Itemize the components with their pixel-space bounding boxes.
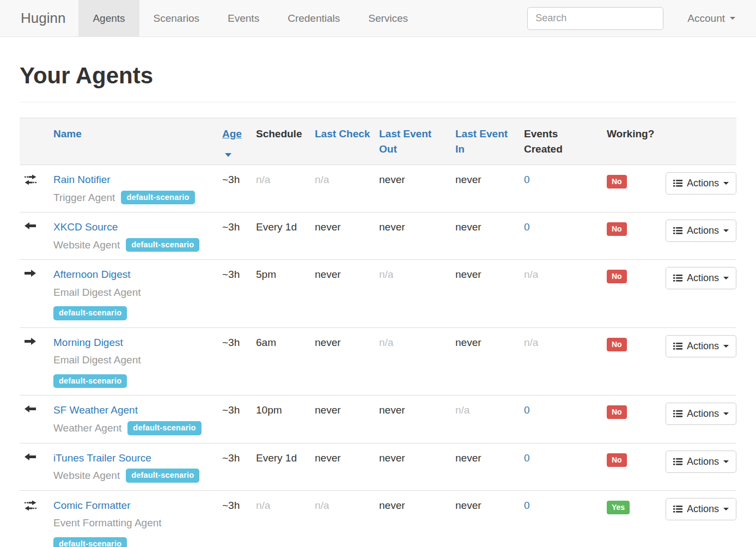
agent-name-link[interactable]: XKCD Source (53, 221, 118, 233)
col-header-label-events_created: Events Created (524, 128, 563, 155)
actions-button[interactable]: Actions (666, 403, 736, 425)
agent-type-label: Email Digest Agent (53, 352, 141, 368)
last-check-value: never (315, 337, 341, 348)
col-header-last_event_in[interactable]: Last Event In (451, 118, 520, 165)
col-header-age[interactable]: Age (218, 118, 252, 165)
brand-logo[interactable]: Huginn (0, 0, 78, 37)
sort-desc-caret-icon (225, 153, 231, 157)
actions-button-label: Actions (687, 503, 719, 515)
nav-item-scenarios[interactable]: Scenarios (139, 0, 214, 37)
events-created-value: n/a (524, 337, 538, 348)
last-event-in-value: never (455, 269, 481, 280)
last-event-in-value: never (455, 174, 481, 185)
agent-name-link[interactable]: Comic Formatter (53, 500, 130, 511)
events-created-link[interactable]: 0 (524, 500, 530, 511)
list-icon (673, 342, 682, 350)
events-created-link[interactable]: 0 (524, 452, 530, 464)
list-icon (673, 179, 682, 187)
nav-item-credentials[interactable]: Credentials (273, 0, 354, 37)
actions-button[interactable]: Actions (666, 267, 736, 289)
agent-name-link[interactable]: Afternoon Digest (53, 269, 131, 280)
last-event-in-value: never (455, 500, 481, 511)
last-event-out-value: n/a (379, 269, 393, 280)
actions-button[interactable]: Actions (666, 451, 736, 473)
actions-button[interactable]: Actions (666, 498, 736, 520)
age-value: ~3h (222, 500, 240, 511)
agent-subline: Event Formatting Agent (53, 515, 214, 531)
scenario-badge[interactable]: default-scenario (127, 421, 201, 435)
scenario-badge[interactable]: default-scenario (53, 374, 127, 388)
last-check-value: n/a (315, 500, 329, 511)
page-title: Your Agents (20, 63, 736, 89)
caret-down-icon (723, 460, 729, 463)
caret-down-icon (723, 182, 729, 185)
caret-down-icon (723, 345, 729, 348)
table-header-row: NameAgeScheduleLast CheckLast Event OutL… (20, 118, 736, 165)
col-header-last_event_out[interactable]: Last Event Out (375, 118, 451, 165)
last-event-in-value: never (455, 337, 481, 348)
table-row: XKCD SourceWebsite Agentdefault-scenario… (20, 212, 736, 260)
list-icon (673, 410, 682, 418)
agent-type-label: Website Agent (53, 238, 120, 253)
working-status-badge: No (607, 338, 627, 351)
actions-button[interactable]: Actions (666, 172, 736, 195)
table-row: Rain NotifierTrigger Agentdefault-scenar… (20, 165, 736, 212)
last-check-value: never (315, 221, 341, 233)
scenario-badge[interactable]: default-scenario (121, 191, 194, 205)
actions-button[interactable]: Actions (666, 220, 736, 242)
badge-line: default-scenario (53, 305, 214, 320)
arrow-left-icon (25, 453, 45, 461)
working-status-badge: No (607, 453, 627, 467)
nav-item-services[interactable]: Services (354, 0, 422, 37)
table-row: Comic FormatterEvent Formatting Agentdef… (20, 490, 736, 547)
events-created-link[interactable]: 0 (524, 174, 530, 185)
main-content: Your Agents NameAgeScheduleLast CheckLas… (0, 63, 756, 547)
last-event-out-value: never (379, 404, 405, 416)
col-header-label-name: Name (53, 128, 82, 139)
agent-name-link[interactable]: iTunes Trailer Source (53, 452, 151, 464)
last-event-out-value: n/a (379, 337, 393, 348)
events-created-link[interactable]: 0 (524, 221, 530, 233)
scenario-badge[interactable]: default-scenario (126, 469, 199, 483)
col-header-label-last_event_in: Last Event In (455, 128, 508, 155)
schedule-value: n/a (256, 500, 270, 511)
caret-down-icon (723, 277, 729, 279)
agent-subline: Weather Agentdefault-scenario (53, 421, 214, 436)
account-menu[interactable]: Account (687, 13, 735, 25)
bidirectional-arrows-icon (25, 500, 45, 511)
actions-button-label: Actions (687, 225, 719, 236)
account-label: Account (687, 13, 725, 25)
caret-down-icon (723, 412, 729, 415)
list-icon (673, 458, 682, 466)
agent-name-link[interactable]: Morning Digest (53, 337, 123, 348)
col-header-name[interactable]: Name (49, 118, 218, 165)
agent-type-label: Event Formatting Agent (53, 515, 162, 531)
scenario-badge[interactable]: default-scenario (126, 238, 199, 252)
agent-name-link[interactable]: Rain Notifier (53, 174, 111, 185)
scenario-badge[interactable]: default-scenario (53, 306, 127, 320)
title-divider (20, 102, 736, 102)
col-header-label-schedule: Schedule (256, 128, 302, 139)
search-input[interactable] (527, 7, 663, 30)
events-created-link[interactable]: 0 (524, 404, 530, 416)
schedule-value: Every 1d (256, 221, 297, 233)
badge-line: default-scenario (53, 536, 214, 547)
nav-item-agents[interactable]: Agents (78, 0, 139, 37)
arrow-right-icon (25, 269, 45, 277)
actions-button[interactable]: Actions (666, 335, 736, 357)
schedule-value: 6am (256, 337, 276, 348)
caret-down-icon (723, 508, 729, 510)
agent-type-label: Weather Agent (53, 421, 121, 436)
col-header-events_created: Events Created (520, 118, 602, 165)
list-icon (673, 505, 682, 513)
events-created-value: n/a (524, 269, 538, 280)
age-value: ~3h (222, 404, 240, 416)
scenario-badge[interactable]: default-scenario (53, 537, 127, 547)
last-check-value: never (315, 452, 341, 464)
col-header-label-working: Working? (607, 128, 654, 139)
col-header-last_check[interactable]: Last Check (310, 118, 375, 165)
col-header-empty-actions (661, 118, 736, 165)
actions-button-label: Actions (687, 341, 719, 352)
agent-name-link[interactable]: SF Weather Agent (53, 404, 138, 416)
nav-item-events[interactable]: Events (214, 0, 273, 37)
